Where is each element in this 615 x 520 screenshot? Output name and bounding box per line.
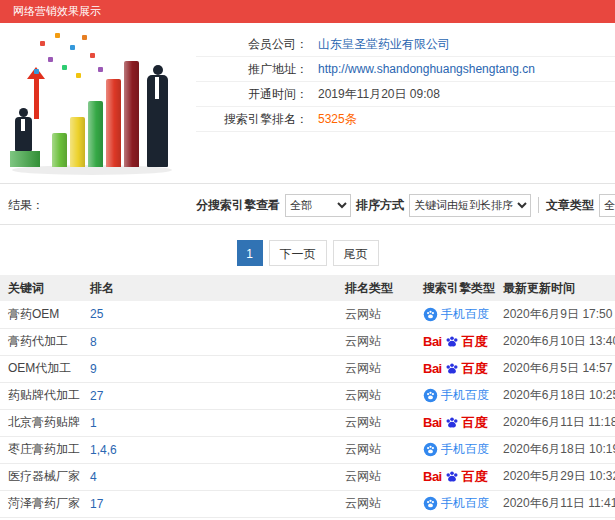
sort-label: 排序方式 (356, 197, 404, 214)
rank-cell: 8 (82, 328, 337, 355)
member-info-panel: 会员公司： 山东皇圣堂药业有限公司 推广地址： http://www.shand… (196, 23, 615, 183)
keyword-cell: 膏药代加工 (0, 328, 82, 355)
confetti-dot (70, 45, 75, 50)
rank-cell: 25 (82, 301, 337, 328)
rank-type-cell: 云网站 (337, 436, 415, 463)
open-time-label: 开通时间： (196, 82, 308, 106)
keyword-cell: 药贴牌代加工 (0, 382, 82, 409)
article-type-label: 文章类型 (546, 197, 594, 214)
baidu-logo: Bai 百度 (423, 468, 488, 486)
rank-cell: 9 (82, 355, 337, 382)
keyword-cell: 枣庄膏药加工 (0, 436, 82, 463)
keyword-cell: OEM代加工 (0, 355, 82, 382)
engine-cell: Bai 百度 (415, 355, 495, 382)
baidu-paw-icon (445, 362, 459, 376)
mobile-baidu-label: 手机百度 (441, 306, 489, 323)
col-keyword: 关键词 (0, 275, 82, 301)
baidu-logo-bai: Bai (423, 469, 442, 484)
info-row: 开通时间： 2019年11月20日 09:08 (196, 82, 615, 107)
update-time-cell: 2020年6月18日 10:25 (495, 382, 615, 409)
divider (538, 197, 539, 213)
baidu-logo-du: 百度 (462, 414, 488, 432)
ranking-count-value: 5325条 (308, 107, 357, 131)
bar-chart-illustration (0, 23, 196, 183)
growth-bar (52, 133, 67, 167)
baidu-logo-bai: Bai (423, 361, 442, 376)
rank-link[interactable]: 1 (90, 416, 97, 430)
engine-select[interactable]: 全部 (285, 194, 351, 217)
baidu-logo: Bai 百度 (423, 414, 488, 432)
update-time-cell: 2020年6月11日 11:18 (495, 409, 615, 436)
confetti-dot (55, 33, 60, 38)
col-rank: 排名 (82, 275, 337, 301)
rank-link[interactable]: 1,4,6 (90, 443, 117, 457)
businessman-left (21, 119, 25, 131)
engine-cell: 手机百度 (415, 436, 495, 463)
sort-select[interactable]: 关键词由短到长排序 (409, 194, 531, 217)
table-row: 医疗器械厂家 4 云网站 Bai 百度 2020年5月29日 10:32 (0, 463, 615, 490)
ranking-count-label: 搜索引擎排名： (196, 107, 308, 131)
last-page-button[interactable]: 尾页 (333, 240, 379, 266)
results-label: 结果： (8, 184, 44, 225)
rank-link[interactable]: 4 (90, 470, 97, 484)
keyword-cell: 膏药OEM (0, 301, 82, 328)
table-row: 膏药OEM 25 云网站 手机百度 2020年6月9日 17:50 (0, 301, 615, 328)
mobile-baidu-icon (423, 307, 438, 322)
page: 网络营销效果展示 (0, 0, 615, 518)
mobile-baidu-badge: 手机百度 (423, 387, 489, 404)
mobile-baidu-icon (423, 388, 438, 403)
company-link[interactable]: 山东皇圣堂药业有限公司 (308, 32, 450, 56)
table-row: 菏泽膏药厂家 17 云网站 手机百度 2020年6月11日 11:41 (0, 490, 615, 517)
rank-cell: 1 (82, 409, 337, 436)
table-row: 药贴牌代加工 27 云网站 手机百度 2020年6月18日 10:25 (0, 382, 615, 409)
mobile-baidu-badge: 手机百度 (423, 495, 489, 512)
update-time-cell: 2020年6月10日 13:40 (495, 328, 615, 355)
growth-bar (124, 61, 139, 167)
rank-link[interactable]: 8 (90, 335, 97, 349)
mobile-baidu-label: 手机百度 (441, 495, 489, 512)
update-time-cell: 2020年6月9日 17:50 (495, 301, 615, 328)
rank-type-cell: 云网站 (337, 301, 415, 328)
baidu-logo-du: 百度 (462, 360, 488, 378)
rank-cell: 1,4,6 (82, 436, 337, 463)
engine-cell: Bai 百度 (415, 409, 495, 436)
engine-cell: Bai 百度 (415, 463, 495, 490)
promo-url-label: 推广地址： (196, 57, 308, 81)
next-page-button[interactable]: 下一页 (269, 240, 327, 266)
baidu-logo-bai: Bai (423, 334, 442, 349)
rank-type-cell: 云网站 (337, 409, 415, 436)
businessman-left (19, 108, 28, 117)
table-row: 膏药代加工 8 云网站 Bai 百度 2020年6月10日 13:40 (0, 328, 615, 355)
rank-type-cell: 云网站 (337, 355, 415, 382)
baidu-logo-du: 百度 (462, 333, 488, 351)
filter-controls: 分搜索引擎查看 全部 排序方式 关键词由短到长排序 文章类型 全部 提交 (196, 184, 615, 225)
growth-bar (70, 117, 85, 167)
businessman-right (153, 65, 163, 75)
rank-cell: 17 (82, 490, 337, 517)
col-engine-type: 搜索引擎类型 (415, 275, 495, 301)
rank-type-cell: 云网站 (337, 490, 415, 517)
confetti-dot (40, 41, 45, 46)
mobile-baidu-label: 手机百度 (441, 387, 489, 404)
rank-type-cell: 云网站 (337, 382, 415, 409)
article-type-select[interactable]: 全部 (599, 194, 615, 217)
rank-link[interactable]: 9 (90, 362, 97, 376)
rank-link[interactable]: 25 (90, 307, 103, 321)
engine-cell: Bai 百度 (415, 328, 495, 355)
info-row: 搜索引擎排名： 5325条 (196, 107, 615, 132)
open-time-value: 2019年11月20日 09:08 (308, 82, 440, 106)
rank-link[interactable]: 27 (90, 389, 103, 403)
rank-type-cell: 云网站 (337, 463, 415, 490)
up-arrow (34, 75, 39, 119)
promo-url-link[interactable]: http://www.shandonghuangshengtang.cn (308, 57, 535, 81)
growth-bar (88, 101, 103, 167)
baidu-logo: Bai 百度 (423, 360, 488, 378)
confetti-dot (34, 69, 39, 74)
confetti-dot (76, 73, 81, 78)
results-table: 关键词 排名 排名类型 搜索引擎类型 最新更新时间 膏药OEM 25 云网站 (0, 275, 615, 518)
baidu-paw-icon (445, 470, 459, 484)
confetti-dot (48, 57, 53, 62)
mobile-baidu-badge: 手机百度 (423, 306, 489, 323)
rank-link[interactable]: 17 (90, 497, 103, 511)
page-1-button[interactable]: 1 (237, 240, 263, 266)
